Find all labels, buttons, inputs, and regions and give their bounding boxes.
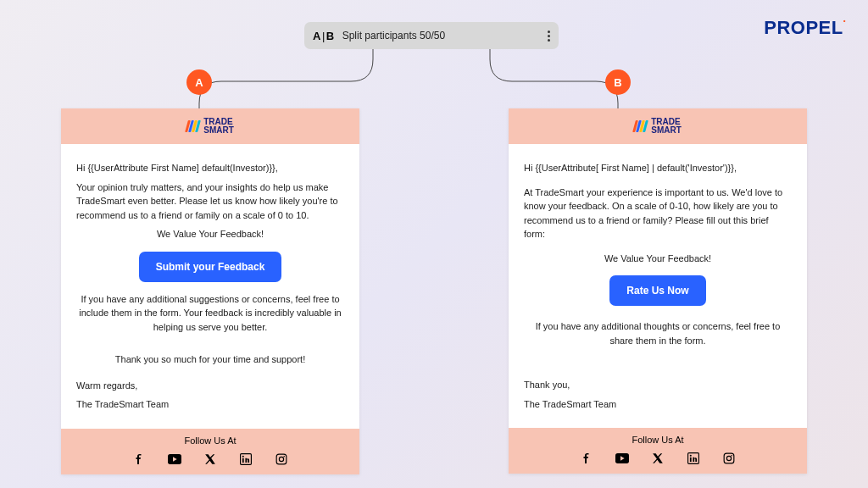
tradesmart-logo: TRADESMART <box>634 118 682 135</box>
instagram-icon[interactable] <box>275 452 288 466</box>
svg-point-12 <box>726 456 731 460</box>
submit-feedback-button[interactable]: Submit your Feedback <box>139 252 282 282</box>
svg-rect-2 <box>242 458 244 462</box>
x-icon[interactable] <box>651 452 665 465</box>
svg-rect-11 <box>724 453 734 463</box>
svg-point-10 <box>690 455 692 457</box>
linkedin-icon[interactable] <box>687 452 700 465</box>
svg-point-6 <box>283 456 285 458</box>
email-header: TRADESMART <box>509 108 807 144</box>
team-signature: The TradeSmart Team <box>524 397 792 412</box>
email-header: TRADESMART <box>61 108 359 144</box>
thanks-line: Thank you so much for your time and supp… <box>76 352 344 367</box>
follow-label: Follow Us At <box>61 435 359 446</box>
youtube-icon[interactable] <box>168 452 181 466</box>
more-icon[interactable] <box>548 30 550 42</box>
email-footer: Follow Us At <box>509 428 807 474</box>
svg-point-5 <box>279 457 283 461</box>
variant-a-badge: A <box>186 69 212 95</box>
svg-rect-9 <box>690 458 692 462</box>
ab-icon: A|B <box>313 30 334 42</box>
email-card-a: TRADESMART Hi {{UserAttribute First Name… <box>61 108 359 474</box>
email-body: Hi {{UserAttribute First Name] default(I… <box>61 144 359 429</box>
greeting: Hi {{UserAttribute[ First Name] | defaul… <box>524 161 792 175</box>
tradesmart-logo: TRADESMART <box>186 118 234 135</box>
youtube-icon[interactable] <box>615 452 629 465</box>
additional-paragraph: If you have any additional thoughts or c… <box>524 319 792 347</box>
svg-point-13 <box>731 455 732 457</box>
variant-b-badge: B <box>605 69 631 95</box>
split-label: Split participants 50/50 <box>342 30 548 42</box>
connector-lines <box>0 49 868 117</box>
team-signature: The TradeSmart Team <box>76 397 344 412</box>
thanks-line: Thank you, <box>524 378 792 392</box>
email-card-b: TRADESMART Hi {{UserAttribute[ First Nam… <box>509 108 807 474</box>
facebook-icon[interactable] <box>132 452 146 466</box>
regards: Warm regards, <box>76 379 344 393</box>
x-icon[interactable] <box>203 452 217 466</box>
greeting: Hi {{UserAttribute First Name] default(I… <box>76 161 344 175</box>
facebook-icon[interactable] <box>580 452 593 465</box>
intro-paragraph: Your opinion truly matters, and your ins… <box>76 180 344 223</box>
email-body: Hi {{UserAttribute[ First Name] | defaul… <box>509 144 807 428</box>
intro-paragraph: At TradeSmart your experience is importa… <box>524 186 792 241</box>
linkedin-icon[interactable] <box>239 452 253 466</box>
svg-rect-4 <box>276 454 287 464</box>
propel-logo: PROPEL• <box>764 17 846 39</box>
additional-paragraph: If you have any additional suggestions o… <box>76 292 344 335</box>
value-line: We Value Your Feedback! <box>76 227 344 241</box>
email-footer: Follow Us At <box>61 429 359 474</box>
rate-us-button[interactable]: Rate Us Now <box>609 275 705 306</box>
value-line: We Value Your Feedback! <box>524 252 792 266</box>
svg-point-3 <box>242 455 244 457</box>
split-test-bar[interactable]: A|B Split participants 50/50 <box>304 22 559 49</box>
follow-label: Follow Us At <box>509 435 807 445</box>
instagram-icon[interactable] <box>722 452 736 465</box>
